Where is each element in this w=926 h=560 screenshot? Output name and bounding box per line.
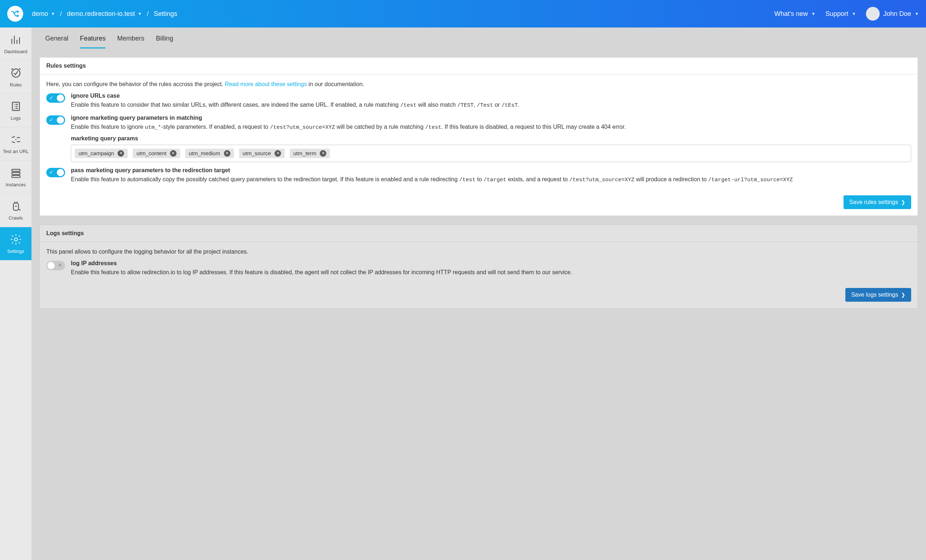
docs-link[interactable]: Read more about these settings [225, 81, 307, 87]
toggle-log-ip[interactable]: ✕ [46, 261, 65, 270]
feature-description: Enable this feature to allow redirection… [71, 268, 911, 276]
marketing-params-label: marketing query params [71, 135, 911, 142]
sidebar-item-instances[interactable]: Instances [0, 160, 32, 194]
sidebar-item-label: Dashboard [5, 49, 27, 54]
chevron-down-icon: ▼ [915, 12, 919, 16]
sidebar-item-settings[interactable]: Settings [0, 227, 32, 260]
rules-icon [10, 67, 22, 79]
check-icon: ✓ [49, 95, 53, 101]
server-icon [10, 167, 22, 179]
svg-rect-5 [12, 176, 20, 178]
feature-description: Enable this feature to consider that two… [71, 101, 911, 110]
check-icon: ✓ [49, 169, 53, 175]
remove-tag-icon[interactable]: ✕ [224, 150, 230, 157]
user-menu[interactable]: John Doe▼ [866, 7, 919, 21]
breadcrumb-page: Settings [154, 10, 177, 18]
chevron-right-icon: ❯ [901, 292, 905, 298]
chevron-down-icon: ▼ [138, 12, 142, 16]
x-icon: ✕ [58, 262, 62, 268]
feature-title: pass marketing query parameters to the r… [71, 167, 911, 174]
toggle-pass-marketing-params[interactable]: ✓ [46, 168, 65, 177]
sidebar-item-dashboard[interactable]: Dashboard [0, 27, 32, 61]
feature-pass-marketing-params: ✓ pass marketing query parameters to the… [46, 167, 911, 184]
feature-log-ip: ✕ log IP addresses Enable this feature t… [46, 260, 911, 276]
svg-rect-3 [12, 169, 20, 171]
svg-point-7 [14, 238, 17, 241]
breadcrumb-separator: / [147, 10, 149, 18]
support-menu[interactable]: Support▼ [825, 10, 856, 18]
feature-title: ignore URLs case [71, 92, 911, 99]
logs-settings-panel: Logs settings This panel allows to confi… [39, 225, 918, 309]
chevron-right-icon: ❯ [901, 199, 905, 205]
marketing-params-input[interactable]: utm_campaign✕ utm_content✕ utm_medium✕ u… [71, 145, 911, 162]
sidebar-item-label: Settings [7, 248, 24, 254]
tag-item: utm_term✕ [290, 149, 330, 158]
sidebar-item-crawls[interactable]: Crawls [0, 194, 32, 227]
feature-title: ignore marketing query parameters in mat… [71, 115, 911, 121]
svg-point-2 [15, 139, 16, 140]
main-content: General Features Members Billing Rules s… [32, 27, 926, 560]
toggle-ignore-url-case[interactable]: ✓ [46, 93, 65, 103]
crawls-icon [10, 200, 22, 212]
sidebar-item-test-url[interactable]: Test an URL [0, 127, 32, 160]
test-url-icon [10, 133, 22, 146]
header-right: What's new▼ Support▼ John Doe▼ [775, 7, 919, 21]
breadcrumb-org[interactable]: demo▼ [32, 10, 55, 18]
tag-item: utm_source✕ [239, 149, 284, 158]
sidebar-item-rules[interactable]: Rules [0, 61, 32, 94]
rules-settings-intro: Here, you can configure the behavior of … [46, 81, 911, 88]
bar-chart-icon [10, 34, 22, 46]
remove-tag-icon[interactable]: ✕ [320, 150, 326, 157]
tab-members[interactable]: Members [117, 35, 144, 48]
sidebar-item-label: Logs [11, 115, 21, 121]
feature-description: Enable this feature to ignore utm_*-styl… [71, 123, 911, 132]
rules-settings-panel: Rules settings Here, you can configure t… [39, 57, 918, 216]
gear-icon [10, 233, 22, 246]
remove-tag-icon[interactable]: ✕ [170, 150, 177, 157]
check-icon: ✓ [49, 117, 53, 123]
panel-title: Logs settings [40, 225, 918, 242]
panel-title: Rules settings [40, 58, 918, 74]
tab-general[interactable]: General [45, 35, 68, 48]
tag-item: utm_medium✕ [185, 149, 234, 158]
avatar [866, 7, 880, 21]
feature-ignore-url-case: ✓ ignore URLs case Enable this feature t… [46, 92, 911, 110]
sidebar-item-logs[interactable]: Logs [0, 94, 32, 127]
svg-rect-4 [12, 173, 20, 175]
chevron-down-icon: ▼ [51, 12, 55, 16]
tag-item: utm_content✕ [133, 149, 180, 158]
save-logs-settings-button[interactable]: Save logs settings❯ [845, 288, 911, 302]
chevron-down-icon: ▼ [852, 12, 856, 16]
svg-rect-6 [13, 203, 18, 210]
breadcrumb-separator: / [60, 10, 62, 18]
remove-tag-icon[interactable]: ✕ [275, 150, 281, 157]
toggle-ignore-marketing-params[interactable]: ✓ [46, 115, 65, 125]
feature-description: Enable this feature to automatically cop… [71, 175, 911, 184]
svg-point-0 [12, 69, 20, 77]
remove-tag-icon[interactable]: ✕ [118, 150, 124, 157]
chevron-down-icon: ▼ [811, 12, 815, 16]
feature-ignore-marketing-params: ✓ ignore marketing query parameters in m… [46, 115, 911, 162]
sidebar-item-label: Rules [10, 82, 22, 88]
breadcrumb-project[interactable]: demo.redirection-io.test▼ [67, 10, 142, 18]
logs-icon [10, 100, 22, 112]
sidebar-item-label: Crawls [9, 215, 23, 221]
tag-item: utm_campaign✕ [75, 149, 128, 158]
tab-billing[interactable]: Billing [156, 35, 173, 48]
tab-features[interactable]: Features [80, 35, 106, 48]
feature-title: log IP addresses [71, 260, 911, 266]
top-header: demo▼ / demo.redirection-io.test▼ / Sett… [0, 0, 926, 27]
save-rules-settings-button[interactable]: Save rules settings❯ [844, 195, 911, 209]
sidebar-item-label: Test an URL [3, 149, 29, 154]
sidebar-item-label: Instances [6, 182, 26, 188]
breadcrumb: demo▼ / demo.redirection-io.test▼ / Sett… [32, 10, 177, 18]
whats-new-menu[interactable]: What's new▼ [775, 10, 815, 18]
sidebar: Dashboard Rules Logs Test an URL Instanc… [0, 27, 32, 560]
logs-settings-intro: This panel allows to configure the loggi… [46, 248, 911, 255]
shuffle-icon [10, 9, 20, 19]
app-logo[interactable] [7, 6, 23, 22]
settings-tabs: General Features Members Billing [39, 27, 918, 48]
